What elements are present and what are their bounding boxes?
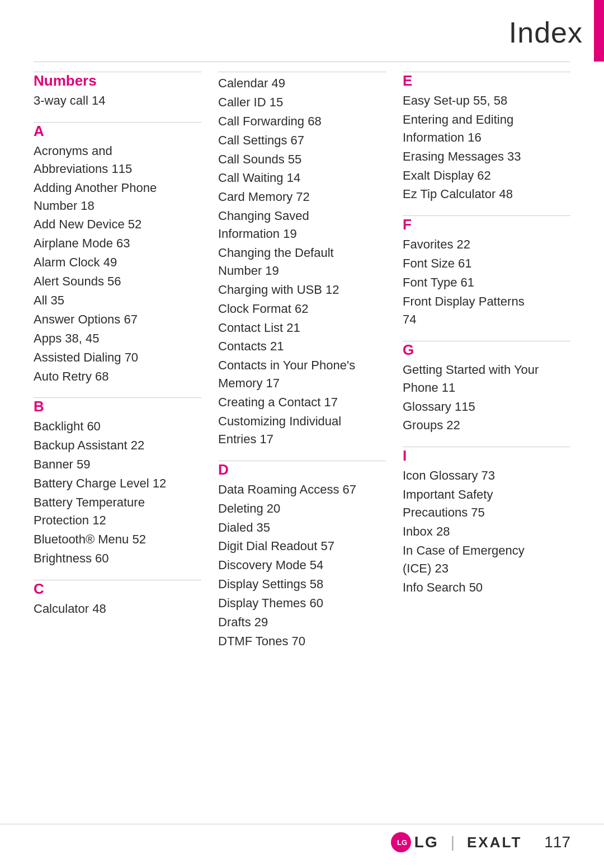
footer-product: EXALT (467, 834, 522, 851)
entry-text: Exalt Display 62 (403, 168, 491, 182)
entry-text: Glossary 115 (403, 400, 475, 414)
entry-text: Drafts 29 (218, 615, 268, 629)
entry-groups: Groups 22 (403, 416, 570, 434)
entry-text: Deleting 20 (218, 501, 280, 515)
column-1: Numbers 3-way call 14 A Acronyms andAbbr… (34, 62, 218, 651)
section-letter-d: D (218, 461, 386, 478)
entry-exalt: Exalt Display 62 (403, 167, 570, 185)
entry-text: Display Settings 58 (218, 577, 323, 591)
entry-text: Font Size 61 (403, 256, 472, 270)
entry-text: Info Search 50 (403, 580, 483, 594)
entry-drafts: Drafts 29 (218, 613, 386, 631)
entry-text: Entering and EditingInformation 16 (403, 112, 513, 144)
entry-autoretry: Auto Retry 68 (34, 368, 201, 386)
entry-text: Call Waiting 14 (218, 171, 300, 185)
section-d: D (218, 461, 386, 478)
entry-callsounds: Call Sounds 55 (218, 151, 386, 168)
entry-text: Ez Tip Calculator 48 (403, 187, 513, 201)
entry-contacts-phone: Contacts in Your Phone'sMemory 17 (218, 356, 386, 392)
entry-displaythemes: Display Themes 60 (218, 594, 386, 612)
entry-3way: 3-way call 14 (34, 92, 201, 110)
section-letter-a: A (34, 123, 201, 140)
footer: LG LG | EXALT 117 (0, 824, 604, 852)
entry-callforward: Call Forwarding 68 (218, 112, 386, 130)
entry-acronyms: Acronyms andAbbreviations 115 (34, 142, 201, 178)
entry-eztip: Ez Tip Calculator 48 (403, 185, 570, 203)
entry-battery-charge: Battery Charge Level 12 (34, 475, 201, 492)
section-c: C (34, 580, 201, 598)
footer-page-number: 117 (544, 833, 570, 851)
section-letter-c: C (34, 580, 201, 598)
entry-text: Banner 59 (34, 457, 91, 471)
entry-assisted: Assisted Dialing 70 (34, 349, 201, 367)
entry-text: Creating a Contact 17 (218, 395, 338, 409)
entry-frontdisplay: Front Display Patterns74 (403, 293, 570, 329)
entry-text: Digit Dial Readout 57 (218, 539, 334, 553)
entry-adding: Adding Another PhoneNumber 18 (34, 179, 201, 215)
entry-contactlist: Contact List 21 (218, 319, 386, 337)
entry-airplane: Airplane Mode 63 (34, 234, 201, 252)
page: Index Numbers 3-way call 14 A (0, 0, 604, 868)
entry-text: Apps 38, 45 (34, 331, 99, 345)
entry-callsettings: Call Settings 67 (218, 132, 386, 149)
section-f: F (403, 215, 570, 233)
entry-discovery: Discovery Mode 54 (218, 556, 386, 574)
entry-text: Caller ID 15 (218, 95, 283, 109)
entry-creating: Creating a Contact 17 (218, 393, 386, 411)
entry-text: Inbox 28 (403, 524, 450, 538)
entry-calculator: Calculator 48 (34, 600, 201, 618)
section-letter-i: I (403, 447, 570, 465)
entry-alert: Alert Sounds 56 (34, 273, 201, 290)
section-g: G (403, 341, 570, 359)
entry-text: All 35 (34, 293, 64, 307)
entry-inbox: Inbox 28 (403, 523, 570, 541)
entry-text: Discovery Mode 54 (218, 558, 323, 572)
entry-changingdefault: Changing the DefaultNumber 19 (218, 244, 386, 280)
entry-text: Favorites 22 (403, 237, 470, 251)
entry-text: Airplane Mode 63 (34, 236, 130, 250)
entry-contacts: Contacts 21 (218, 337, 386, 355)
entry-iconglossary: Icon Glossary 73 (403, 467, 570, 485)
entry-text: Backlight 60 (34, 419, 101, 433)
footer-divider: | (451, 833, 455, 851)
entry-text: Assisted Dialing 70 (34, 350, 138, 364)
entry-backlight: Backlight 60 (34, 417, 201, 435)
entry-brightness: Brightness 60 (34, 550, 201, 567)
entry-chargingusb: Charging with USB 12 (218, 281, 386, 299)
section-a: A (34, 122, 201, 140)
svg-text:LG: LG (397, 838, 407, 847)
entry-text: Data Roaming Access 67 (218, 482, 356, 496)
entry-fonttype: Font Type 61 (403, 274, 570, 292)
column-3: E Easy Set-up 55, 58 Entering and Editin… (403, 62, 570, 651)
entry-infosearch: Info Search 50 (403, 579, 570, 597)
entry-backup: Backup Assistant 22 (34, 437, 201, 454)
entry-banner: Banner 59 (34, 456, 201, 473)
entry-text: Alarm Clock 49 (34, 255, 117, 269)
lg-text: LG (414, 833, 438, 851)
entry-text: Bluetooth® Menu 52 (34, 532, 146, 546)
section-letter-f: F (403, 216, 570, 233)
lg-circle-icon: LG (391, 832, 411, 852)
entry-text: Card Memory 72 (218, 190, 310, 204)
entry-text: Changing the DefaultNumber 19 (218, 246, 334, 278)
entry-text: Icon Glossary 73 (403, 468, 495, 482)
entry-addnew: Add New Device 52 (34, 215, 201, 233)
column-2: Calendar 49 Caller ID 15 Call Forwarding… (218, 62, 403, 651)
entry-text: Battery TemperatureProtection 12 (34, 495, 145, 527)
entry-changingsaved: Changing SavedInformation 19 (218, 207, 386, 243)
entry-fontsize: Font Size 61 (403, 255, 570, 273)
main-content: Numbers 3-way call 14 A Acronyms andAbbr… (34, 62, 570, 823)
entry-text: DTMF Tones 70 (218, 634, 305, 648)
page-title: Index (509, 16, 583, 49)
accent-bar (594, 0, 604, 62)
entry-text: Calendar 49 (218, 76, 285, 90)
section-letter-b: B (34, 398, 201, 415)
entry-text: Battery Charge Level 12 (34, 476, 166, 490)
entry-text: Call Sounds 55 (218, 152, 301, 166)
entry-ice: In Case of Emergency(ICE) 23 (403, 542, 570, 578)
entry-text: Contact List 21 (218, 321, 300, 335)
entry-erasing: Erasing Messages 33 (403, 148, 570, 166)
section-b: B (34, 397, 201, 415)
entry-text: Dialed 35 (218, 520, 270, 534)
entry-calendar: Calendar 49 (218, 74, 386, 92)
